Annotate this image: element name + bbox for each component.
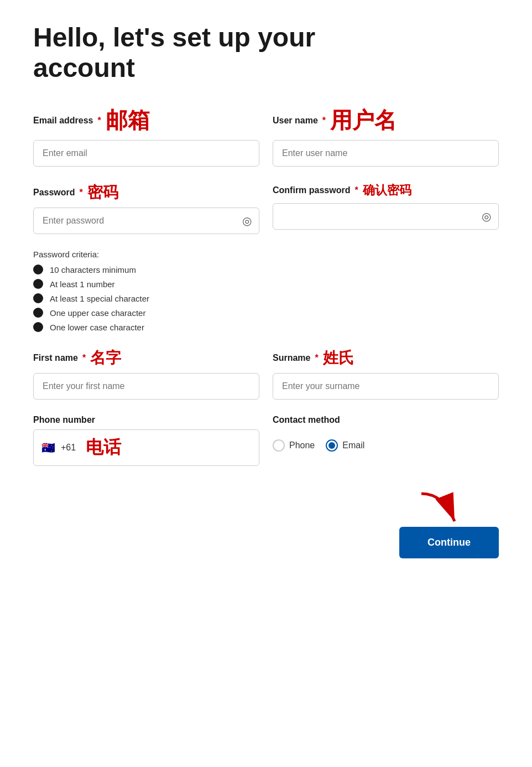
surname-input[interactable]	[273, 373, 499, 400]
contact-method-section: Contact method Phone Email	[273, 415, 499, 466]
radio-circle-email	[326, 439, 338, 452]
confirm-password-eye-icon[interactable]: ◎	[482, 210, 491, 223]
first-name-input[interactable]	[33, 373, 259, 400]
page-title: Hello, let's set up your account	[33, 22, 499, 83]
criteria-title: Password criteria:	[33, 250, 499, 259]
password-eye-icon[interactable]: ◎	[242, 214, 252, 227]
radio-label-email: Email	[342, 440, 364, 450]
confirm-password-group: Confirm password * 确认密码 ◎	[273, 182, 499, 234]
criteria-list: 10 characters minimum At least 1 number …	[33, 265, 499, 332]
bullet-icon	[33, 308, 43, 318]
first-name-label: First name * 名字	[33, 348, 259, 369]
continue-arrow-container: Continue	[399, 488, 499, 558]
password-input[interactable]	[33, 208, 259, 234]
username-label: User name * 用户名	[273, 105, 499, 136]
phone-input-wrapper[interactable]: 🇦🇺 +61 电话	[33, 429, 259, 466]
surname-group: Surname * 姓氏	[273, 348, 499, 400]
bullet-icon	[33, 293, 43, 303]
password-label: Password * 密码	[33, 182, 259, 203]
email-group: Email address * 邮箱	[33, 105, 259, 167]
password-criteria-section: Password criteria: 10 characters minimum…	[33, 250, 499, 332]
list-item: 10 characters minimum	[33, 265, 499, 274]
bullet-icon	[33, 265, 43, 274]
contact-method-title: Contact method	[273, 415, 499, 425]
phone-label: Phone number	[33, 415, 259, 425]
surname-label: Surname * 姓氏	[273, 348, 499, 369]
list-item: One lower case character	[33, 322, 499, 332]
flag-icon: 🇦🇺	[41, 441, 55, 454]
radio-option-email[interactable]: Email	[326, 439, 364, 452]
list-item: At least 1 special character	[33, 293, 499, 303]
country-code: +61	[61, 443, 76, 453]
arrow-icon	[410, 488, 466, 532]
list-item: One upper case character	[33, 308, 499, 318]
username-group: User name * 用户名	[273, 105, 499, 167]
continue-button[interactable]: Continue	[399, 527, 499, 558]
bullet-icon	[33, 322, 43, 332]
phone-chinese-label: 电话	[86, 436, 121, 460]
password-group: Password * 密码 ◎	[33, 182, 259, 234]
radio-circle-phone	[273, 439, 285, 452]
username-input[interactable]	[273, 140, 499, 167]
bullet-icon	[33, 279, 43, 289]
list-item: At least 1 number	[33, 279, 499, 289]
confirm-password-input[interactable]	[273, 203, 499, 230]
contact-method-radio-group: Phone Email	[273, 432, 499, 459]
email-label: Email address * 邮箱	[33, 105, 259, 136]
confirm-password-label: Confirm password * 确认密码	[273, 182, 499, 199]
first-name-group: First name * 名字	[33, 348, 259, 400]
radio-label-phone: Phone	[289, 440, 315, 450]
email-input[interactable]	[33, 140, 259, 167]
phone-section: Phone number 🇦🇺 +61 电话	[33, 415, 259, 466]
radio-option-phone[interactable]: Phone	[273, 439, 315, 452]
